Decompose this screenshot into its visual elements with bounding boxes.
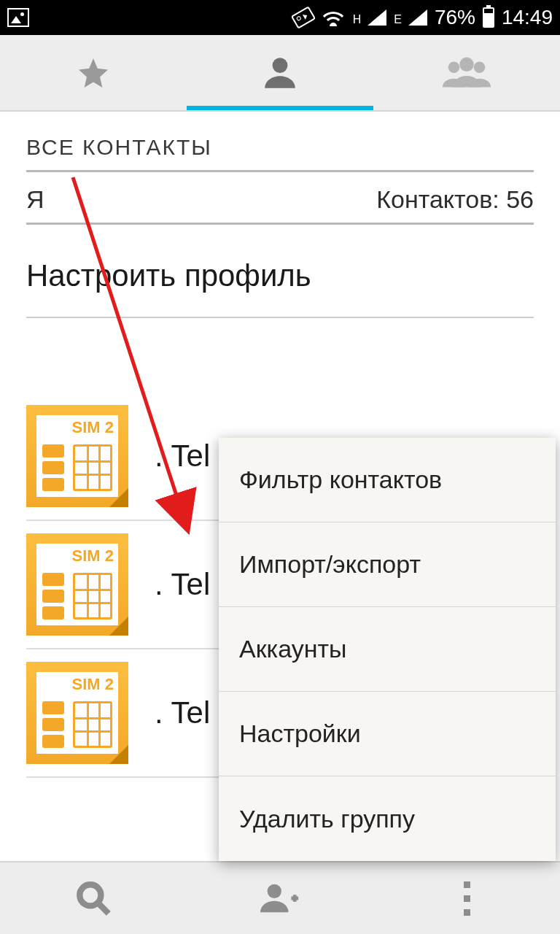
menu-filter-contacts[interactable]: Фильтр контактов xyxy=(219,438,556,522)
overflow-menu: Фильтр контактов Импорт/экспорт Аккаунты… xyxy=(219,438,556,861)
contacts-count: Контактов: 56 xyxy=(376,185,534,214)
more-button[interactable] xyxy=(373,881,560,916)
ringer-icon xyxy=(291,6,316,28)
svg-point-5 xyxy=(79,884,101,906)
clock: 14:49 xyxy=(502,6,553,29)
person-icon xyxy=(262,55,298,91)
tab-favorites[interactable] xyxy=(0,35,187,110)
network-type-2: E xyxy=(394,13,401,26)
status-bar: H E 76% 14:49 xyxy=(0,0,560,35)
contact-name: . Tel xyxy=(155,567,210,602)
sim-card-icon: SIM 2 xyxy=(26,533,128,636)
star-icon xyxy=(76,55,111,90)
svg-point-0 xyxy=(273,58,288,73)
svg-line-6 xyxy=(98,903,109,914)
menu-import-export[interactable]: Импорт/экспорт xyxy=(219,522,556,607)
svg-point-2 xyxy=(474,61,486,73)
battery-percent: 76% xyxy=(435,6,475,29)
search-icon xyxy=(75,880,112,916)
contact-name: . Tel xyxy=(155,695,210,730)
bottom-bar xyxy=(0,861,560,934)
signal-icon-2 xyxy=(408,9,427,26)
tab-contacts[interactable] xyxy=(187,35,373,110)
svg-point-7 xyxy=(268,884,281,898)
wifi-icon xyxy=(321,9,346,26)
screenshot-notif-icon xyxy=(7,8,29,27)
me-row: Я Контактов: 56 xyxy=(26,172,534,225)
svg-point-3 xyxy=(459,57,473,71)
tab-groups[interactable] xyxy=(373,35,560,110)
sim-card-icon: SIM 2 xyxy=(26,405,128,507)
search-button[interactable] xyxy=(0,880,187,916)
svg-point-1 xyxy=(448,61,460,73)
me-label: Я xyxy=(26,185,44,214)
setup-profile[interactable]: Настроить профиль xyxy=(26,225,534,318)
contacts-content: ВСЕ КОНТАКТЫ Я Контактов: 56 Настроить п… xyxy=(0,112,560,861)
menu-delete-group[interactable]: Удалить группу xyxy=(219,776,556,861)
add-person-icon xyxy=(260,879,300,918)
top-tabs xyxy=(0,35,560,112)
menu-accounts[interactable]: Аккаунты xyxy=(219,607,556,692)
group-icon xyxy=(441,55,492,91)
battery-icon xyxy=(483,7,494,28)
more-icon xyxy=(464,881,470,916)
add-contact-button[interactable] xyxy=(187,879,373,918)
signal-icon-1 xyxy=(368,9,386,26)
sim-card-icon: SIM 2 xyxy=(26,662,128,764)
contact-name: . Tel xyxy=(155,439,210,474)
section-header: ВСЕ КОНТАКТЫ xyxy=(26,112,534,172)
network-type-1: H xyxy=(353,13,361,26)
menu-settings[interactable]: Настройки xyxy=(219,692,556,776)
